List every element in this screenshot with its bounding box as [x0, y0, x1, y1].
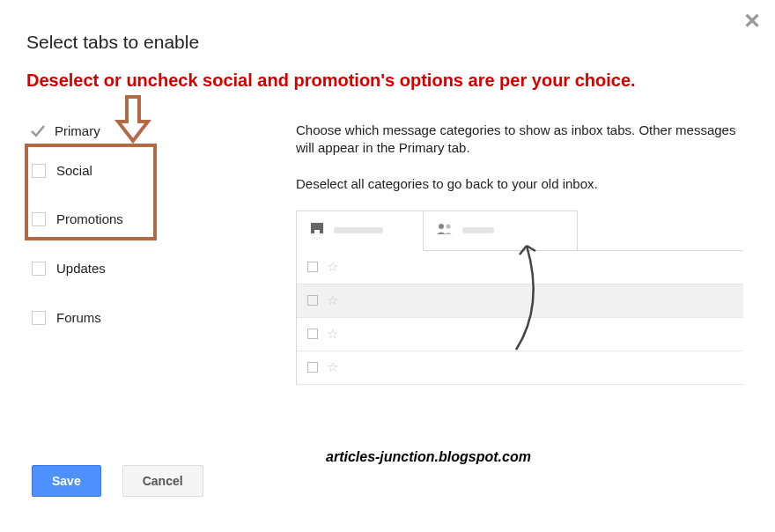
inbox-preview: ☆ ☆ ☆ ☆: [296, 211, 743, 395]
checkbox-icon: [307, 295, 318, 306]
checkbox-icon: [307, 262, 318, 272]
tab-option-promotions[interactable]: Promotions: [32, 211, 123, 226]
tab-option-social[interactable]: Social: [32, 163, 92, 178]
placeholder-line: [462, 227, 494, 233]
description-line-1: Choose which message categories to show …: [296, 122, 745, 158]
arrow-down-icon: [114, 95, 151, 144]
checkbox-forums[interactable]: [32, 311, 46, 325]
checkbox-icon: [307, 362, 318, 373]
svg-point-1: [447, 224, 451, 228]
star-icon: ☆: [327, 259, 338, 275]
watermark-text: articles-junction.blogspot.com: [326, 449, 531, 465]
checkbox-updates[interactable]: [32, 262, 46, 276]
star-icon: ☆: [327, 292, 338, 308]
tab-label: Promotions: [56, 211, 123, 226]
tab-label: Forums: [56, 310, 101, 325]
tab-label: Social: [56, 163, 92, 178]
checkbox-promotions[interactable]: [32, 212, 46, 226]
checkmark-icon: [32, 125, 44, 137]
preview-row: ☆: [297, 351, 743, 385]
checkbox-social[interactable]: [32, 164, 46, 178]
dialog-title: Select tabs to enable: [26, 32, 199, 53]
people-icon: [436, 222, 454, 240]
preview-tab-secondary: [424, 211, 578, 251]
tab-option-primary: Primary: [32, 123, 100, 138]
save-button[interactable]: Save: [32, 465, 101, 497]
preview-row: ☆: [297, 318, 743, 351]
checkbox-icon: [307, 329, 318, 339]
preview-row: ☆: [297, 251, 743, 284]
placeholder-line: [334, 227, 383, 233]
tab-label: Updates: [56, 261, 106, 276]
star-icon: ☆: [327, 326, 338, 342]
preview-tab-primary: [296, 211, 424, 251]
cancel-button[interactable]: Cancel: [122, 465, 203, 497]
svg-point-0: [439, 224, 444, 229]
preview-row: ☆: [297, 284, 743, 318]
description-line-2: Deselect all categories to go back to yo…: [296, 175, 745, 193]
tab-label: Primary: [55, 123, 100, 138]
close-icon[interactable]: ✕: [743, 9, 761, 33]
right-pane: Choose which message categories to show …: [296, 122, 745, 395]
star-icon: ☆: [327, 359, 338, 375]
inbox-icon: [309, 221, 325, 240]
annotation-text: Deselect or uncheck social and promotion…: [26, 70, 749, 91]
tab-option-forums[interactable]: Forums: [32, 310, 101, 325]
tab-option-updates[interactable]: Updates: [32, 261, 106, 276]
